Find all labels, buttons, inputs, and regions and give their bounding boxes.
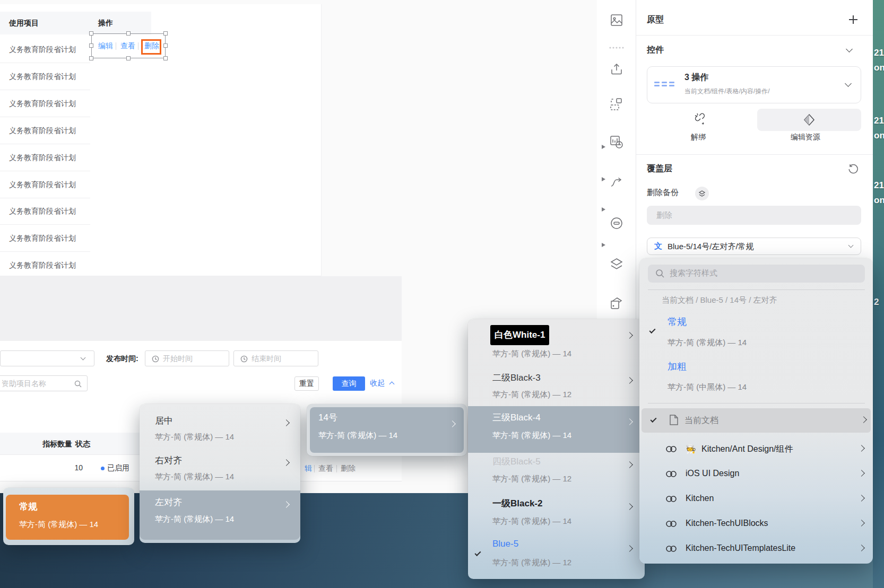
menu-item-black-4-hovered[interactable]: 三级Black-4 苹方-简 (常规体) — 14 bbox=[468, 406, 645, 453]
layers-icon[interactable] bbox=[604, 253, 629, 275]
edit-resource-label[interactable]: 编辑资源 bbox=[791, 133, 820, 142]
filter-select[interactable] bbox=[0, 350, 94, 366]
character-style-picker: 搜索字符样式 当前文档 / Blue-5 / 14号 / 左对齐 常规 苹方-简… bbox=[639, 258, 873, 564]
delete-input-placeholder: 删除 bbox=[656, 210, 672, 221]
selection-handle[interactable] bbox=[89, 31, 93, 36]
reset-icon[interactable] bbox=[847, 163, 859, 177]
menu-item-14px-hovered[interactable]: 14号 苹方-简 (常规体) — 14 bbox=[310, 407, 464, 453]
query-button[interactable]: 查询 bbox=[333, 376, 365, 391]
end-time-input[interactable]: 结束时间 bbox=[233, 350, 318, 366]
chevron-right-icon bbox=[283, 419, 290, 426]
image-icon[interactable] bbox=[604, 10, 629, 31]
unbind-icon[interactable] bbox=[693, 111, 708, 128]
hotspot-icon[interactable] bbox=[604, 213, 629, 234]
unbind-label[interactable]: 解绑 bbox=[691, 133, 706, 142]
row-divider bbox=[0, 251, 90, 252]
delete-link-highlight-box bbox=[141, 39, 161, 55]
font-weight-menu: 常规 苹方-简 (常规体) — 14 bbox=[3, 488, 134, 545]
document-icon bbox=[669, 414, 679, 428]
selection-handle[interactable] bbox=[163, 56, 168, 60]
chart-widget-icon[interactable] bbox=[604, 131, 629, 153]
canvas-gap bbox=[0, 276, 402, 341]
link-icon bbox=[664, 542, 678, 558]
chevron-right-icon bbox=[283, 501, 290, 508]
chevron-right-icon bbox=[858, 545, 865, 551]
delete-link[interactable]: 删除 bbox=[341, 464, 356, 473]
row-divider bbox=[0, 90, 90, 90]
library-emoji: 🧑‍🍳 bbox=[686, 444, 696, 454]
layers-badge-icon[interactable] bbox=[695, 187, 709, 200]
section-divider bbox=[636, 154, 873, 155]
bg-frame-label-fragment: 2 bbox=[874, 297, 879, 308]
selection-handle[interactable] bbox=[89, 56, 93, 60]
check-icon bbox=[650, 416, 656, 423]
palette-icon[interactable] bbox=[604, 293, 629, 314]
row-divider bbox=[0, 144, 90, 144]
row-divider bbox=[0, 171, 90, 171]
chevron-right-icon bbox=[858, 470, 865, 477]
desktop-background-strip: 21- on 21- on 21- on 2 bbox=[873, 0, 884, 588]
selection-handle[interactable] bbox=[89, 43, 93, 48]
project-name-input[interactable]: 资助项目名称 bbox=[0, 375, 88, 391]
chevron-right-icon bbox=[858, 495, 865, 502]
table-row: 义务教育阶段省计划 bbox=[9, 72, 76, 82]
style-search-placeholder: 搜索字符样式 bbox=[670, 268, 717, 278]
component-path: 当前文档/组件/表格/内容/操作/ bbox=[684, 87, 770, 96]
bg-frame-label-fragment: 21- bbox=[874, 116, 884, 126]
check-icon bbox=[649, 327, 655, 334]
edit-resource-button[interactable] bbox=[757, 109, 861, 131]
table-row: 义务教育阶段省计划 bbox=[9, 99, 76, 109]
collapse-link[interactable]: 收起 bbox=[370, 379, 385, 388]
flyout-indicator-icon bbox=[602, 177, 605, 181]
view-link[interactable]: 查看 bbox=[120, 41, 135, 51]
start-time-input[interactable]: 开始时间 bbox=[145, 350, 229, 366]
menu-item-left-align-hovered[interactable]: 左对齐 苹方-简 (常规体) — 14 bbox=[140, 490, 300, 540]
link-separator bbox=[314, 465, 315, 472]
canvas-frame-table: 使用项目 操作 义务教育阶段省计划 义务教育阶段省计划 义务教育阶段省计划 义务… bbox=[0, 4, 322, 276]
selection-handle[interactable] bbox=[163, 43, 168, 48]
export-icon[interactable] bbox=[604, 58, 629, 80]
selection-handle[interactable] bbox=[126, 56, 131, 60]
link-icon bbox=[664, 442, 678, 458]
reset-button[interactable]: 重置 bbox=[294, 376, 319, 391]
delete-backup-input[interactable] bbox=[647, 206, 861, 225]
more-dots-icon[interactable] bbox=[604, 37, 629, 58]
table-row: 义务教育阶段省计划 bbox=[9, 207, 76, 216]
edit-link[interactable]: 编辑 bbox=[98, 41, 113, 51]
text-style-icon: 文 bbox=[654, 241, 662, 251]
add-prototype-icon[interactable] bbox=[849, 15, 857, 24]
chevron-right-icon bbox=[626, 503, 633, 510]
search-icon bbox=[74, 380, 82, 390]
font-size-menu: 14号 苹方-简 (常规体) — 14 bbox=[307, 404, 467, 456]
view-link[interactable]: 查看 bbox=[318, 464, 333, 473]
chevron-right-icon bbox=[858, 520, 865, 526]
chevron-up-icon bbox=[389, 382, 395, 387]
selection-handle[interactable] bbox=[163, 31, 168, 36]
flyout-indicator-icon bbox=[602, 207, 605, 212]
link-separator bbox=[138, 42, 138, 50]
section-divider bbox=[636, 35, 873, 36]
connector-icon[interactable] bbox=[604, 172, 629, 194]
table-col-header-project: 使用项目 bbox=[9, 19, 39, 28]
slice-icon[interactable] bbox=[604, 94, 629, 115]
bg-frame-label-fragment: 21- bbox=[874, 180, 884, 191]
row-divider bbox=[0, 224, 90, 225]
selection-handle[interactable] bbox=[126, 31, 131, 36]
start-time-placeholder: 开始时间 bbox=[163, 354, 193, 364]
search-icon bbox=[655, 269, 665, 280]
collapse-label: 收起 bbox=[370, 379, 385, 387]
current-document-label: 当前文档 bbox=[684, 415, 718, 426]
library-current-document-row[interactable] bbox=[642, 408, 871, 433]
delete-backup-label: 删除备份 bbox=[647, 188, 679, 198]
table-row: 义务教育阶段省计划 bbox=[9, 234, 76, 243]
table-row: 义务教育阶段省计划 bbox=[9, 45, 76, 55]
chevron-right-icon bbox=[626, 545, 633, 552]
chevron-right-icon bbox=[626, 461, 633, 468]
edit-link-partial[interactable]: 辑 bbox=[305, 464, 312, 473]
bg-frame-label-fragment: on bbox=[874, 195, 884, 206]
link-icon bbox=[664, 467, 678, 483]
white-color-preview-chip: 白色White-1 bbox=[490, 325, 549, 345]
menu-item-regular-selected[interactable]: 常规 苹方-简 (常规体) — 14 bbox=[6, 495, 129, 540]
project-name-placeholder: 资助项目名称 bbox=[2, 379, 46, 389]
chevron-right-icon bbox=[858, 445, 865, 452]
